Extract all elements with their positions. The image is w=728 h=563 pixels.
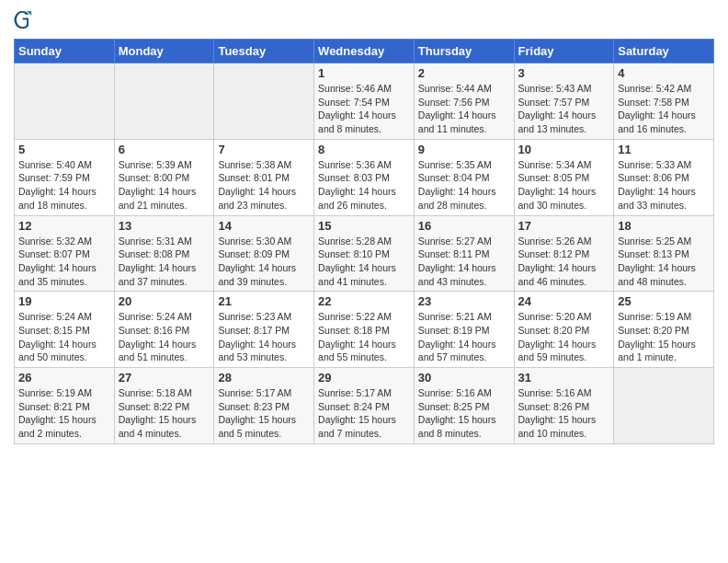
calendar-cell: 3Sunrise: 5:43 AM Sunset: 7:57 PM Daylig… <box>514 63 614 140</box>
cell-content: Sunrise: 5:17 AM Sunset: 8:23 PM Dayligh… <box>218 386 310 441</box>
calendar-cell: 30Sunrise: 5:16 AM Sunset: 8:25 PM Dayli… <box>414 368 514 444</box>
calendar-cell: 29Sunrise: 5:17 AM Sunset: 8:24 PM Dayli… <box>314 368 415 444</box>
calendar-cell: 8Sunrise: 5:36 AM Sunset: 8:03 PM Daylig… <box>314 139 415 215</box>
weekday-header: Tuesday <box>214 40 314 63</box>
day-number: 4 <box>618 66 710 80</box>
calendar-cell: 25Sunrise: 5:19 AM Sunset: 8:20 PM Dayli… <box>614 292 714 368</box>
calendar-cell: 17Sunrise: 5:26 AM Sunset: 8:12 PM Dayli… <box>514 215 614 292</box>
day-number: 7 <box>218 143 310 156</box>
day-number: 2 <box>418 66 510 80</box>
day-number: 13 <box>119 219 210 233</box>
cell-content: Sunrise: 5:16 AM Sunset: 8:25 PM Dayligh… <box>418 386 510 441</box>
cell-content: Sunrise: 5:28 AM Sunset: 8:10 PM Dayligh… <box>318 235 410 289</box>
cell-content: Sunrise: 5:43 AM Sunset: 7:57 PM Dayligh… <box>518 82 610 136</box>
calendar-cell <box>114 63 214 140</box>
calendar-table: SundayMondayTuesdayWednesdayThursdayFrid… <box>14 39 714 444</box>
cell-content: Sunrise: 5:44 AM Sunset: 7:56 PM Dayligh… <box>418 82 510 136</box>
calendar-cell: 16Sunrise: 5:27 AM Sunset: 8:11 PM Dayli… <box>414 215 514 292</box>
calendar-cell: 14Sunrise: 5:30 AM Sunset: 8:09 PM Dayli… <box>214 215 314 292</box>
day-number: 27 <box>119 371 210 385</box>
day-number: 5 <box>18 143 110 156</box>
day-number: 8 <box>318 143 410 156</box>
calendar-cell: 5Sunrise: 5:40 AM Sunset: 7:59 PM Daylig… <box>15 139 115 215</box>
cell-content: Sunrise: 5:36 AM Sunset: 8:03 PM Dayligh… <box>318 158 410 213</box>
weekday-header: Monday <box>114 40 214 63</box>
cell-content: Sunrise: 5:40 AM Sunset: 7:59 PM Dayligh… <box>18 158 110 213</box>
day-number: 25 <box>618 294 710 308</box>
logo-icon <box>14 9 36 31</box>
calendar-cell: 23Sunrise: 5:21 AM Sunset: 8:19 PM Dayli… <box>414 292 514 368</box>
day-number: 14 <box>218 219 310 233</box>
calendar-cell: 22Sunrise: 5:22 AM Sunset: 8:18 PM Dayli… <box>314 292 415 368</box>
calendar-cell <box>15 63 115 140</box>
calendar-week-row: 19Sunrise: 5:24 AM Sunset: 8:15 PM Dayli… <box>15 292 714 368</box>
day-number: 9 <box>418 143 510 156</box>
calendar-cell: 21Sunrise: 5:23 AM Sunset: 8:17 PM Dayli… <box>214 292 314 368</box>
day-number: 6 <box>119 143 210 156</box>
calendar-cell: 6Sunrise: 5:39 AM Sunset: 8:00 PM Daylig… <box>114 139 214 215</box>
cell-content: Sunrise: 5:32 AM Sunset: 8:07 PM Dayligh… <box>18 235 110 289</box>
weekday-header-row: SundayMondayTuesdayWednesdayThursdayFrid… <box>15 40 714 63</box>
day-number: 21 <box>218 294 310 308</box>
calendar-cell: 15Sunrise: 5:28 AM Sunset: 8:10 PM Dayli… <box>314 215 415 292</box>
day-number: 29 <box>318 371 410 385</box>
cell-content: Sunrise: 5:30 AM Sunset: 8:09 PM Dayligh… <box>218 235 310 289</box>
day-number: 18 <box>618 219 710 233</box>
calendar-cell: 31Sunrise: 5:16 AM Sunset: 8:26 PM Dayli… <box>514 368 614 444</box>
calendar-cell: 19Sunrise: 5:24 AM Sunset: 8:15 PM Dayli… <box>15 292 115 368</box>
cell-content: Sunrise: 5:16 AM Sunset: 8:26 PM Dayligh… <box>518 386 610 441</box>
cell-content: Sunrise: 5:46 AM Sunset: 7:54 PM Dayligh… <box>318 82 410 136</box>
calendar-cell: 24Sunrise: 5:20 AM Sunset: 8:20 PM Dayli… <box>514 292 614 368</box>
day-number: 3 <box>518 66 610 80</box>
cell-content: Sunrise: 5:31 AM Sunset: 8:08 PM Dayligh… <box>119 235 210 289</box>
cell-content: Sunrise: 5:34 AM Sunset: 8:05 PM Dayligh… <box>518 158 610 213</box>
weekday-header: Wednesday <box>314 40 415 63</box>
day-number: 12 <box>18 219 110 233</box>
calendar-cell: 20Sunrise: 5:24 AM Sunset: 8:16 PM Dayli… <box>114 292 214 368</box>
day-number: 1 <box>318 66 410 80</box>
cell-content: Sunrise: 5:17 AM Sunset: 8:24 PM Dayligh… <box>318 386 410 441</box>
cell-content: Sunrise: 5:22 AM Sunset: 8:18 PM Dayligh… <box>318 310 410 364</box>
day-number: 22 <box>318 294 410 308</box>
cell-content: Sunrise: 5:18 AM Sunset: 8:22 PM Dayligh… <box>119 386 210 441</box>
calendar-cell: 27Sunrise: 5:18 AM Sunset: 8:22 PM Dayli… <box>114 368 214 444</box>
calendar-cell: 28Sunrise: 5:17 AM Sunset: 8:23 PM Dayli… <box>214 368 314 444</box>
cell-content: Sunrise: 5:20 AM Sunset: 8:20 PM Dayligh… <box>518 310 610 364</box>
day-number: 17 <box>518 219 610 233</box>
day-number: 31 <box>518 371 610 385</box>
weekday-header: Thursday <box>414 40 514 63</box>
calendar-cell: 4Sunrise: 5:42 AM Sunset: 7:58 PM Daylig… <box>614 63 714 140</box>
calendar-cell: 12Sunrise: 5:32 AM Sunset: 8:07 PM Dayli… <box>15 215 115 292</box>
page-header <box>14 9 714 31</box>
cell-content: Sunrise: 5:21 AM Sunset: 8:19 PM Dayligh… <box>418 310 510 364</box>
cell-content: Sunrise: 5:33 AM Sunset: 8:06 PM Dayligh… <box>618 158 710 213</box>
cell-content: Sunrise: 5:42 AM Sunset: 7:58 PM Dayligh… <box>618 82 710 136</box>
calendar-cell: 7Sunrise: 5:38 AM Sunset: 8:01 PM Daylig… <box>214 139 314 215</box>
day-number: 26 <box>18 371 110 385</box>
cell-content: Sunrise: 5:23 AM Sunset: 8:17 PM Dayligh… <box>218 310 310 364</box>
cell-content: Sunrise: 5:39 AM Sunset: 8:00 PM Dayligh… <box>119 158 210 213</box>
day-number: 24 <box>518 294 610 308</box>
day-number: 28 <box>218 371 310 385</box>
cell-content: Sunrise: 5:24 AM Sunset: 8:16 PM Dayligh… <box>119 310 210 364</box>
day-number: 11 <box>618 143 710 156</box>
weekday-header: Saturday <box>614 40 714 63</box>
cell-content: Sunrise: 5:24 AM Sunset: 8:15 PM Dayligh… <box>18 310 110 364</box>
day-number: 19 <box>18 294 110 308</box>
cell-content: Sunrise: 5:25 AM Sunset: 8:13 PM Dayligh… <box>618 235 710 289</box>
day-number: 16 <box>418 219 510 233</box>
calendar-week-row: 1Sunrise: 5:46 AM Sunset: 7:54 PM Daylig… <box>15 63 714 140</box>
calendar-cell: 18Sunrise: 5:25 AM Sunset: 8:13 PM Dayli… <box>614 215 714 292</box>
calendar-cell: 13Sunrise: 5:31 AM Sunset: 8:08 PM Dayli… <box>114 215 214 292</box>
calendar-cell <box>614 368 714 444</box>
calendar-cell: 2Sunrise: 5:44 AM Sunset: 7:56 PM Daylig… <box>414 63 514 140</box>
calendar-cell: 10Sunrise: 5:34 AM Sunset: 8:05 PM Dayli… <box>514 139 614 215</box>
calendar-cell: 11Sunrise: 5:33 AM Sunset: 8:06 PM Dayli… <box>614 139 714 215</box>
calendar-week-row: 5Sunrise: 5:40 AM Sunset: 7:59 PM Daylig… <box>15 139 714 215</box>
calendar-cell: 9Sunrise: 5:35 AM Sunset: 8:04 PM Daylig… <box>414 139 514 215</box>
day-number: 20 <box>119 294 210 308</box>
logo <box>14 9 40 31</box>
weekday-header: Sunday <box>15 40 115 63</box>
cell-content: Sunrise: 5:38 AM Sunset: 8:01 PM Dayligh… <box>218 158 310 213</box>
calendar-week-row: 26Sunrise: 5:19 AM Sunset: 8:21 PM Dayli… <box>15 368 714 444</box>
